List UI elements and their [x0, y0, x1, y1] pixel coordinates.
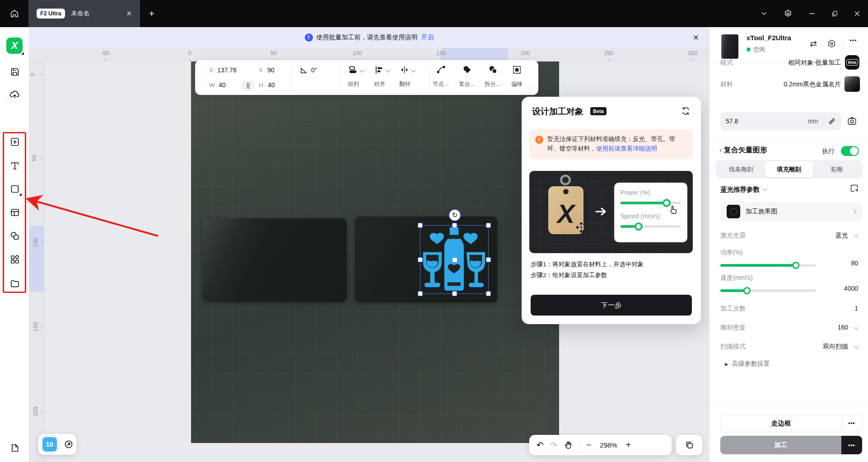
density-value[interactable]: 160 — [838, 324, 848, 331]
dialog-illustration: X Power (%) Speed (mm/s) — [529, 171, 693, 253]
shape-tool-button[interactable] — [6, 180, 23, 197]
resize-handle-se[interactable] — [486, 291, 491, 296]
lock-ratio-button[interactable] — [242, 80, 254, 91]
switch-device-button[interactable]: ⇄ — [810, 38, 817, 49]
node-edit-button[interactable] — [436, 65, 446, 75]
banner-close-icon[interactable]: ✕ — [693, 33, 699, 42]
effect-thumbnail — [727, 205, 740, 218]
resize-handle-e[interactable] — [486, 257, 491, 262]
mode-value[interactable]: 相同对象-批量加工 — [788, 59, 841, 67]
xtool-logo[interactable]: X — [6, 38, 23, 54]
zoom-in-button[interactable]: + — [626, 440, 631, 450]
resize-handle-n[interactable] — [452, 223, 457, 228]
camera-measure-button[interactable] — [847, 116, 857, 126]
banner-link[interactable]: 开启 — [421, 33, 434, 42]
offset-button[interactable] — [512, 65, 522, 75]
template-tool-button[interactable] — [6, 204, 23, 221]
text-tool-button[interactable] — [6, 157, 23, 174]
align-button[interactable] — [374, 65, 384, 75]
resize-handle-w[interactable] — [418, 257, 423, 262]
file-library-button[interactable] — [6, 275, 23, 292]
cloud-upload-button[interactable] — [6, 86, 23, 103]
w-value[interactable]: 40 — [219, 81, 226, 89]
frame-more-button[interactable]: ••• — [842, 420, 862, 426]
next-step-button[interactable]: 下一步 — [531, 295, 692, 316]
export-params-button[interactable] — [849, 184, 859, 193]
object-count-button[interactable]: 10 — [41, 435, 58, 453]
tab-color-engrave[interactable]: 彩雕 — [813, 161, 861, 177]
object-center-anchor — [452, 257, 457, 263]
power-slider[interactable] — [720, 264, 816, 267]
undo-button[interactable]: ↶ — [537, 440, 544, 450]
power-value[interactable]: 80 — [851, 259, 858, 267]
zoom-level[interactable]: 298% — [598, 441, 620, 449]
pan-button[interactable] — [564, 440, 573, 450]
split-button[interactable] — [488, 65, 498, 77]
settings-button[interactable] — [777, 0, 799, 27]
insert-tool-button[interactable] — [6, 133, 23, 150]
laser-source-value[interactable]: 蓝光 — [835, 231, 848, 240]
tab-line-engrave[interactable]: 线条雕刻 — [717, 161, 765, 177]
duplicate-view-button[interactable] — [676, 435, 702, 455]
process-start-button[interactable]: 加工 ••• — [720, 436, 862, 454]
thickness-input[interactable]: 57.8 mm — [720, 112, 841, 130]
restore-button[interactable] — [824, 0, 845, 27]
material-card-left[interactable] — [202, 218, 347, 302]
device-more-button[interactable]: ••• — [849, 37, 857, 44]
angle-value[interactable]: 0° — [311, 66, 317, 74]
compound-button[interactable] — [462, 65, 472, 77]
resize-handle-ne[interactable] — [486, 223, 491, 228]
save-button[interactable] — [6, 63, 23, 80]
execute-toggle[interactable] — [841, 146, 859, 156]
close-window-button[interactable] — [846, 0, 868, 27]
frame-focus-button[interactable] — [827, 39, 836, 48]
times-value[interactable]: 1 — [854, 305, 858, 312]
measure-button[interactable] — [828, 117, 836, 125]
app-dropdown-button[interactable] — [753, 0, 775, 27]
warning-detail-link[interactable]: 使用前请查看详细说明 — [596, 145, 657, 152]
tab-fill-engrave[interactable]: 填充雕刻 — [765, 161, 813, 177]
selected-object[interactable]: ↻ — [420, 225, 489, 294]
material-value[interactable]: 0.2mm黑色金属名片 — [784, 80, 841, 89]
speed-value[interactable]: 4000 — [844, 285, 858, 292]
frame-preview-button[interactable]: 走边框 ••• — [720, 414, 862, 432]
x-value[interactable]: 137.78 — [217, 66, 237, 74]
tab-close-icon[interactable]: ✕ — [126, 9, 132, 18]
density-chevron-icon[interactable] — [854, 325, 859, 330]
advanced-params-toggle[interactable]: ▶ 高级参数设置 — [725, 360, 770, 368]
y-value[interactable]: 90 — [267, 66, 275, 74]
apps-tool-button[interactable] — [6, 251, 23, 268]
minimize-button[interactable] — [801, 0, 823, 27]
new-tab-button[interactable]: + — [145, 7, 158, 20]
material-thumbnail[interactable] — [844, 76, 860, 92]
laser-chevron-icon[interactable] — [854, 232, 859, 237]
zoom-out-button[interactable]: − — [586, 440, 592, 450]
array-copy-tool-button[interactable] — [6, 227, 23, 244]
document-tab[interactable]: F2 Ultra 未命名 ✕ — [28, 0, 140, 27]
resize-handle-nw[interactable] — [418, 223, 423, 228]
jump-to-button[interactable] — [64, 439, 74, 449]
speed-slider[interactable] — [720, 289, 816, 292]
resize-handle-s[interactable] — [452, 291, 457, 296]
rotate-handle[interactable]: ↻ — [449, 209, 461, 221]
sync-button[interactable] — [681, 106, 691, 116]
recommend-params-dropdown[interactable]: 蓝光推荐参数 — [720, 185, 767, 194]
process-more-button[interactable]: ••• — [841, 436, 862, 454]
scan-chevron-icon[interactable] — [854, 344, 859, 349]
home-button[interactable] — [0, 0, 28, 27]
page-panel-button[interactable] — [6, 439, 23, 456]
power-mini-label: Power (%) — [621, 189, 681, 196]
resize-handle-sw[interactable] — [418, 291, 423, 296]
align-chevron-icon[interactable] — [386, 68, 391, 73]
camera-view[interactable] — [191, 61, 559, 443]
flip-button[interactable] — [399, 65, 410, 75]
power-mini-slider[interactable] — [621, 202, 681, 204]
speed-mini-slider[interactable] — [621, 225, 681, 228]
redo-button[interactable]: ↷ — [550, 440, 557, 450]
effect-preview-card[interactable]: 加工效果图 — [720, 202, 862, 222]
arrange-button[interactable] — [348, 65, 358, 75]
scan-mode-value[interactable]: 双向扫描 — [823, 343, 848, 351]
h-value[interactable]: 40 — [268, 81, 275, 89]
arrange-chevron-icon[interactable] — [360, 68, 364, 73]
flip-chevron-icon[interactable] — [411, 68, 416, 73]
